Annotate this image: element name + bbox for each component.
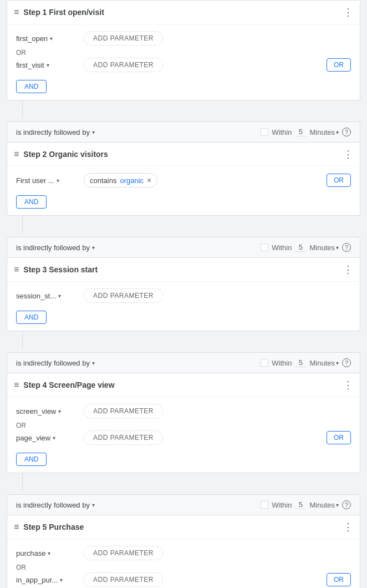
- or-btn-5[interactable]: OR: [327, 573, 351, 586]
- event-row-1-2: first_visit ▾ ADD PARAMETER OR: [16, 58, 351, 72]
- add-param-btn-5-2[interactable]: ADD PARAMETER: [84, 572, 163, 587]
- event-row-4-2: page_view ▾ ADD PARAMETER OR: [16, 430, 351, 445]
- contains-chip-2: contains organic ×: [84, 173, 157, 187]
- more-vert-icon-2[interactable]: ⋮: [343, 148, 353, 160]
- connector-line-2: [22, 216, 23, 234]
- connector-wrapper-3: [7, 331, 360, 349]
- step-title-4: Step 4 Screen/Page view: [23, 381, 343, 389]
- connector-line-4: [22, 473, 23, 491]
- within-checkbox-1[interactable]: [261, 128, 268, 136]
- more-vert-icon-5[interactable]: ⋮: [343, 521, 353, 533]
- and-btn-1[interactable]: AND: [16, 80, 47, 93]
- event-label-4-2[interactable]: page_view ▾: [16, 434, 77, 442]
- step-body-3: session_st... ▾ ADD PARAMETER AND: [7, 282, 360, 331]
- or-label-4: OR: [16, 422, 351, 429]
- dropdown-arrow-4-1: ▾: [58, 408, 61, 414]
- more-vert-icon-4[interactable]: ⋮: [343, 379, 353, 391]
- condition-arrow-2: ▾: [92, 245, 95, 251]
- or-label-1: OR: [16, 49, 351, 57]
- step-body-5: purchase ▾ ADD PARAMETER OR in_app_pur..…: [7, 539, 360, 588]
- condition-bar-2: is indirectly followed by ▾ Within 5 Min…: [7, 237, 360, 258]
- condition-bar-4: is indirectly followed by ▾ Within 5 Min…: [7, 494, 360, 515]
- dropdown-arrow-4-2: ▾: [53, 435, 55, 441]
- and-btn-3[interactable]: AND: [16, 311, 47, 324]
- event-label-1-2[interactable]: first_visit ▾: [16, 61, 77, 69]
- step-header-5: ≡ Step 5 Purchase ⋮: [7, 515, 360, 539]
- event-label-1-1[interactable]: first_open ▾: [16, 34, 77, 43]
- event-label-3-1[interactable]: session_st... ▾: [16, 292, 77, 300]
- condition-bar-1: is indirectly followed by ▾ Within 5 Min…: [7, 121, 360, 143]
- add-param-btn-1-2[interactable]: ADD PARAMETER: [84, 58, 163, 72]
- connector-line-1: [22, 100, 23, 118]
- add-param-btn-4-2[interactable]: ADD PARAMETER: [84, 430, 163, 445]
- connector-wrapper-1: [7, 100, 360, 118]
- step-title-1: Step 1 First open/visit: [23, 8, 343, 17]
- unit-arrow-4: ▾: [336, 502, 339, 508]
- step-menu-icon-4: ≡: [14, 380, 19, 390]
- more-vert-icon-1[interactable]: ⋮: [343, 6, 353, 18]
- dropdown-arrow-3-1: ▾: [58, 293, 61, 299]
- unit-arrow-3: ▾: [336, 360, 339, 366]
- dropdown-arrow-5-2: ▾: [60, 577, 63, 583]
- event-row-1-1: first_open ▾ ADD PARAMETER: [16, 31, 351, 45]
- and-btn-2[interactable]: AND: [16, 195, 47, 209]
- or-btn-4[interactable]: OR: [327, 431, 351, 444]
- within-number-1: 5: [295, 128, 306, 136]
- step-block-5: ≡ Step 5 Purchase ⋮ purchase ▾ ADD PARAM…: [7, 515, 360, 588]
- dropdown-arrow-5-1: ▾: [48, 550, 50, 556]
- step-block-2: ≡ Step 2 Organic visitors ⋮ First user .…: [7, 143, 360, 216]
- event-label-5-1[interactable]: purchase ▾: [16, 549, 77, 557]
- event-row-2-1: First user ... ▾ contains organic × OR: [16, 173, 351, 187]
- condition-dropdown-1[interactable]: is indirectly followed by ▾: [16, 128, 95, 136]
- add-param-btn-1-1[interactable]: ADD PARAMETER: [84, 31, 163, 45]
- help-icon-3[interactable]: ?: [342, 358, 351, 367]
- help-icon-4[interactable]: ?: [342, 500, 351, 509]
- condition-arrow-1: ▾: [92, 129, 95, 135]
- and-btn-4[interactable]: AND: [16, 453, 47, 466]
- event-row-3-1: session_st... ▾ ADD PARAMETER: [16, 288, 351, 303]
- step-header-3: ≡ Step 3 Session start ⋮: [7, 258, 360, 282]
- condition-arrow-4: ▾: [92, 502, 95, 508]
- step-title-2: Step 2 Organic visitors: [23, 150, 343, 159]
- event-label-5-2[interactable]: in_app_pur... ▾: [16, 576, 77, 584]
- or-label-5: OR: [16, 564, 351, 571]
- step-header-1: ≡ Step 1 First open/visit ⋮: [7, 1, 360, 24]
- add-param-btn-3-1[interactable]: ADD PARAMETER: [84, 288, 163, 303]
- condition-bar-3: is indirectly followed by ▾ Within 5 Min…: [7, 352, 360, 373]
- page-container: ≡ Step 1 First open/visit ⋮ first_open ▾…: [0, 0, 367, 588]
- step-body-4: screen_view ▾ ADD PARAMETER OR page_view…: [7, 397, 360, 473]
- help-icon-2[interactable]: ?: [342, 243, 351, 252]
- within-checkbox-4[interactable]: [261, 501, 268, 509]
- within-unit-1[interactable]: Minutes ▾: [309, 128, 339, 136]
- condition-dropdown-4[interactable]: is indirectly followed by ▾: [16, 501, 95, 509]
- add-param-btn-4-1[interactable]: ADD PARAMETER: [84, 404, 163, 418]
- step-block-1: ≡ Step 1 First open/visit ⋮ first_open ▾…: [7, 0, 360, 100]
- event-label-4-1[interactable]: screen_view ▾: [16, 407, 77, 415]
- step-header-4: ≡ Step 4 Screen/Page view ⋮: [7, 373, 360, 397]
- within-unit-2[interactable]: Minutes ▾: [309, 244, 339, 252]
- step-block-4: ≡ Step 4 Screen/Page view ⋮ screen_view …: [7, 373, 360, 473]
- more-vert-icon-3[interactable]: ⋮: [343, 263, 353, 276]
- dropdown-arrow-2-1: ▾: [57, 178, 59, 184]
- step-title-5: Step 5 Purchase: [23, 523, 343, 531]
- or-btn-2[interactable]: OR: [327, 174, 351, 187]
- add-param-btn-5-1[interactable]: ADD PARAMETER: [84, 546, 163, 560]
- chip-close-2[interactable]: ×: [147, 176, 151, 185]
- within-unit-3[interactable]: Minutes ▾: [309, 359, 339, 367]
- connector-wrapper-4: [7, 473, 360, 491]
- within-checkbox-2[interactable]: [261, 244, 268, 251]
- event-label-2-1[interactable]: First user ... ▾: [16, 176, 77, 185]
- within-unit-4[interactable]: Minutes ▾: [309, 501, 339, 509]
- within-section-2: Within 5 Minutes ▾ ?: [261, 243, 351, 252]
- unit-arrow-1: ▾: [336, 129, 339, 135]
- dropdown-arrow: ▾: [50, 36, 53, 42]
- or-btn-1[interactable]: OR: [327, 58, 351, 72]
- condition-dropdown-2[interactable]: is indirectly followed by ▾: [16, 244, 95, 252]
- step-block-3: ≡ Step 3 Session start ⋮ session_st... ▾…: [7, 258, 360, 331]
- step-menu-icon-5: ≡: [14, 522, 19, 532]
- within-number-4: 5: [295, 500, 306, 509]
- within-checkbox-3[interactable]: [261, 359, 268, 367]
- condition-dropdown-3[interactable]: is indirectly followed by ▾: [16, 359, 95, 367]
- connector-wrapper-2: [7, 216, 360, 234]
- help-icon-1[interactable]: ?: [342, 128, 351, 136]
